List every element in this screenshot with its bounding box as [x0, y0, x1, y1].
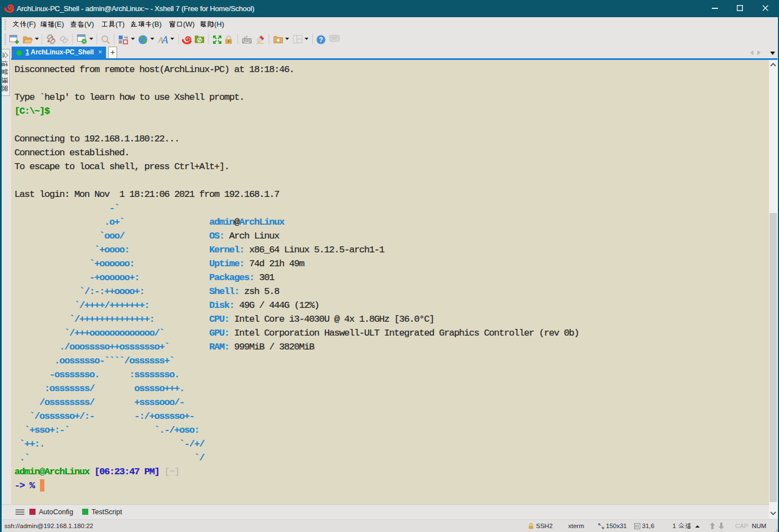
svg-text:?: ?	[319, 36, 323, 44]
svg-text:A: A	[161, 35, 168, 44]
